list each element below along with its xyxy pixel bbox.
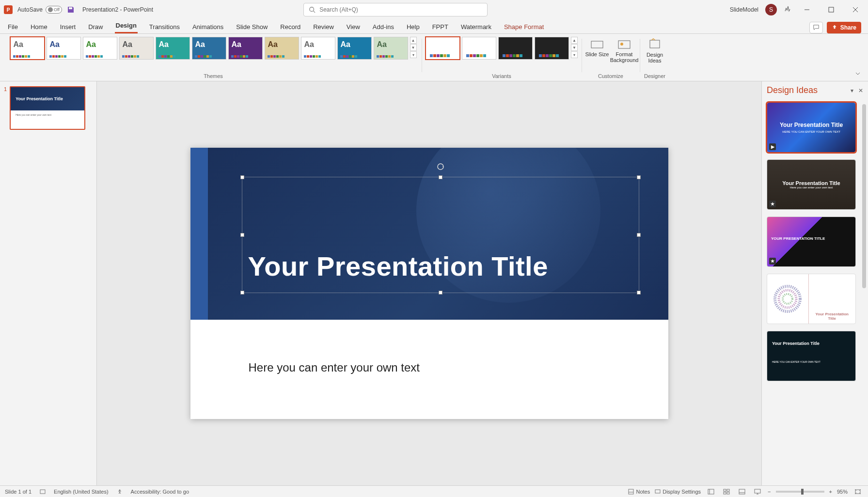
tab-insert[interactable]: Insert: [59, 20, 77, 33]
slide-subtitle-text[interactable]: Here you can enter your own text: [249, 361, 420, 374]
tab-home[interactable]: Home: [30, 20, 48, 33]
close-button[interactable]: [847, 3, 864, 16]
pane-close-button[interactable]: ✕: [858, 87, 863, 94]
scroll-up-icon[interactable]: ▲: [571, 37, 578, 44]
design-idea-4[interactable]: Your Presentation Title: [767, 274, 856, 324]
theme-option-9[interactable]: Aa: [301, 37, 335, 60]
sorter-view-button[interactable]: [721, 487, 732, 496]
theme-option-5[interactable]: Aa: [156, 37, 190, 60]
resize-handle[interactable]: [637, 175, 641, 179]
save-icon[interactable]: [67, 6, 75, 14]
normal-view-button[interactable]: [706, 487, 716, 496]
display-settings-button[interactable]: Display Settings: [655, 489, 701, 495]
tab-transitions[interactable]: Transitions: [148, 20, 181, 33]
tab-watermark[interactable]: Watermark: [460, 20, 492, 33]
collapse-ribbon-button[interactable]: [853, 69, 862, 78]
theme-option-11[interactable]: Aa: [374, 37, 408, 60]
resize-handle[interactable]: [240, 233, 244, 237]
zoom-out-button[interactable]: −: [768, 489, 771, 495]
fit-to-window-button[interactable]: [852, 487, 863, 496]
pane-options-button[interactable]: ▾: [851, 87, 853, 94]
reading-view-button[interactable]: [737, 487, 747, 496]
tab-draw[interactable]: Draw: [87, 20, 104, 33]
mic-icon[interactable]: [784, 5, 791, 15]
slide-thumbnail-1[interactable]: Your Presentation Title Here you can ent…: [10, 86, 85, 130]
customize-group-label: Customize: [598, 73, 623, 80]
tab-review[interactable]: Review: [312, 20, 335, 33]
resize-handle[interactable]: [637, 291, 641, 295]
tab-design[interactable]: Design: [115, 19, 138, 33]
search-input[interactable]: Search (Alt+Q): [303, 3, 488, 16]
design-ideas-list[interactable]: Your Presentation Title HERE YOU CAN ENT…: [762, 99, 868, 485]
resize-handle[interactable]: [439, 175, 442, 179]
theme-option-2[interactable]: Aa: [47, 37, 81, 60]
resize-handle[interactable]: [240, 291, 244, 295]
tab-view[interactable]: View: [346, 20, 361, 33]
resize-handle[interactable]: [439, 291, 442, 295]
user-avatar[interactable]: S: [765, 4, 777, 16]
theme-option-7[interactable]: Aa: [228, 37, 263, 60]
rotate-handle[interactable]: [437, 163, 444, 171]
themes-gallery-more[interactable]: ▲▼▾: [410, 37, 417, 58]
language-icon: [39, 488, 46, 495]
title-text-box[interactable]: Your Presentation Title: [242, 177, 639, 293]
theme-option-6[interactable]: Aa: [192, 37, 226, 60]
tab-addins[interactable]: Add-ins: [372, 20, 395, 33]
variants-gallery-more[interactable]: ▲▼▾: [571, 37, 578, 58]
slide-size-button[interactable]: Slide Size: [584, 37, 610, 57]
status-language[interactable]: English (United States): [54, 489, 109, 495]
zoom-slider[interactable]: [776, 491, 824, 493]
autosave-toggle[interactable]: Off: [46, 6, 62, 14]
tab-slideshow[interactable]: Slide Show: [235, 20, 268, 33]
theme-option-3[interactable]: Aa: [83, 37, 117, 60]
minimize-button[interactable]: [798, 3, 816, 16]
slide-canvas-area[interactable]: Your Presentation Title Here you can ent…: [97, 81, 761, 485]
comments-button[interactable]: [809, 22, 823, 33]
scroll-up-icon[interactable]: ▲: [410, 37, 417, 44]
status-accessibility[interactable]: Accessibility: Good to go: [131, 489, 189, 495]
design-idea-5[interactable]: Your Presentation Title HERE YOU CAN ENT…: [767, 331, 856, 381]
ribbon: AaAaAaAaAaAaAaAaAaAaAa▲▼▾ Themes ▲▼▾ Var…: [0, 34, 868, 81]
design-idea-3[interactable]: YOUR PRESENTATION TITLE ★: [767, 217, 856, 267]
maximize-button[interactable]: [822, 3, 840, 16]
theme-preview-text: Aa: [304, 40, 314, 49]
tab-animations[interactable]: Animations: [191, 20, 224, 33]
design-idea-1[interactable]: Your Presentation Title HERE YOU CAN ENT…: [767, 102, 856, 153]
zoom-in-button[interactable]: +: [829, 489, 832, 495]
resize-handle[interactable]: [637, 233, 641, 237]
slide[interactable]: Your Presentation Title Here you can ent…: [190, 148, 668, 419]
tab-shape-format[interactable]: Shape Format: [503, 20, 545, 33]
format-background-label: Format Background: [610, 51, 639, 63]
theme-option-4[interactable]: Aa: [119, 37, 154, 60]
design-ideas-button[interactable]: Design Ideas: [643, 37, 667, 64]
resize-handle[interactable]: [240, 175, 244, 179]
scroll-down-icon[interactable]: ▼: [571, 44, 578, 51]
pane-scrollbar[interactable]: [860, 99, 867, 485]
tab-fppt[interactable]: FPPT: [431, 20, 449, 33]
zoom-level[interactable]: 95%: [837, 489, 848, 495]
expand-gallery-icon[interactable]: ▾: [571, 51, 578, 58]
idea-sub: Here you can enter your own text: [782, 186, 840, 189]
expand-gallery-icon[interactable]: ▾: [410, 51, 417, 58]
design-idea-2[interactable]: Your Presentation Title Here you can ent…: [767, 159, 856, 210]
tab-file[interactable]: File: [7, 20, 19, 33]
svg-point-12: [779, 290, 796, 308]
variant-option-1[interactable]: [426, 37, 460, 60]
theme-option-1[interactable]: Aa: [10, 37, 45, 60]
slide-title-text[interactable]: Your Presentation Title: [248, 250, 548, 282]
theme-option-8[interactable]: Aa: [265, 37, 299, 60]
variant-option-2[interactable]: [462, 37, 496, 60]
variant-option-3[interactable]: [498, 37, 533, 60]
theme-option-10[interactable]: Aa: [337, 37, 372, 60]
tab-record[interactable]: Record: [279, 20, 301, 33]
notes-button[interactable]: Notes: [628, 489, 650, 495]
tab-help[interactable]: Help: [406, 20, 421, 33]
variant-option-4[interactable]: [535, 37, 569, 60]
scroll-down-icon[interactable]: ▼: [410, 44, 417, 51]
status-bar: Slide 1 of 1 English (United States) Acc…: [0, 485, 868, 497]
autosave-control[interactable]: AutoSave Off: [17, 6, 62, 14]
format-background-button[interactable]: Format Background: [612, 37, 637, 63]
svg-rect-18: [655, 490, 660, 493]
share-button[interactable]: Share: [827, 22, 861, 33]
slideshow-view-button[interactable]: [752, 487, 763, 496]
